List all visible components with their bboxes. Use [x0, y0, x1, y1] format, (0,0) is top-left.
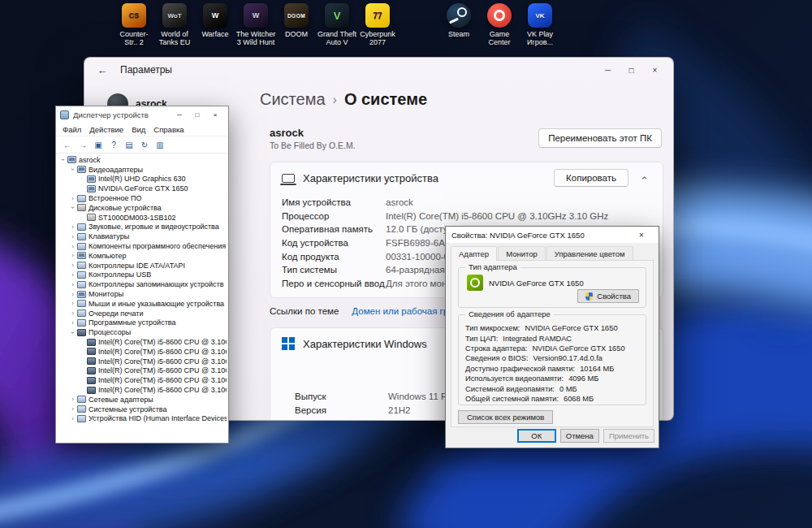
properties-icon[interactable]: ▥: [153, 138, 166, 151]
desktop-icon-steam[interactable]: Steam: [438, 3, 479, 38]
tree-expander-icon[interactable]: ›: [69, 204, 76, 211]
tab-adapter[interactable]: Адаптер: [451, 246, 497, 261]
tree-item[interactable]: Intel(R) Core(TM) i5-8600 CPU @ 3.10GHz: [58, 366, 227, 376]
close-button[interactable]: ×: [643, 60, 667, 80]
breadcrumb: Система › О системе: [260, 90, 427, 109]
tree-item[interactable]: ›Контроллеры USB: [58, 270, 227, 280]
adapter-info-legend: Сведения об адаптере: [465, 309, 554, 318]
tree-item[interactable]: ›Дисковые устройства: [58, 203, 227, 213]
tree-item[interactable]: ›Системные устройства: [58, 405, 227, 414]
tree-expander-icon[interactable]: ›: [69, 405, 76, 413]
apply-button[interactable]: Применить: [603, 429, 654, 443]
tree-expander-icon[interactable]: ›: [69, 291, 76, 298]
back-button[interactable]: ←: [91, 61, 114, 79]
device-manager-titlebar[interactable]: Диспетчер устройств ─ □ ×: [56, 106, 228, 123]
tree-item[interactable]: NVIDIA GeForce GTX 1650: [58, 184, 227, 193]
tab-monitor[interactable]: Монитор: [498, 246, 546, 261]
tab-color-management[interactable]: Управление цветом: [546, 246, 633, 261]
tree-item[interactable]: Intel(R) Core(TM) i5-8600 CPU @ 3.10GHz: [58, 357, 227, 366]
close-button[interactable]: ×: [206, 108, 224, 121]
tree-item-label: Звуковые, игровые и видеоустройства: [89, 223, 219, 231]
tree-item[interactable]: ›Видеоадаптеры: [58, 165, 227, 175]
tree-item[interactable]: Intel(R) UHD Graphics 630: [58, 175, 227, 184]
tree-item[interactable]: ›Компоненты программного обеспечения: [58, 241, 227, 251]
ok-button[interactable]: ОК: [517, 429, 556, 443]
maximize-button[interactable]: □: [620, 60, 643, 80]
minimize-button[interactable]: ─: [596, 60, 620, 80]
tree-item[interactable]: Intel(R) Core(TM) i5-8600 CPU @ 3.10GHz: [58, 347, 227, 357]
tree-item[interactable]: ST1000DM003-1SB102: [58, 213, 227, 223]
tree-item[interactable]: ›Звуковые, игровые и видеоустройства: [58, 223, 227, 232]
help-icon[interactable]: ?: [107, 138, 120, 151]
close-button[interactable]: ×: [630, 227, 653, 243]
cpu-icon: [87, 387, 96, 394]
tree-item[interactable]: ›Встроенное ПО: [58, 193, 227, 203]
tree-item[interactable]: ›Устройства HID (Human Interface Devices…: [58, 414, 227, 424]
tree-item[interactable]: ›Компьютер: [58, 251, 227, 261]
tree-expander-icon[interactable]: ›: [69, 281, 76, 288]
tree-expander-icon[interactable]: ›: [69, 223, 76, 231]
tree-item[interactable]: ›asrock: [58, 155, 227, 165]
desktop-icon-cyberpunk[interactable]: 77Cyberpunk 2077: [357, 3, 398, 46]
tree-expander-icon[interactable]: ›: [59, 156, 67, 163]
devices-icon[interactable]: ▤: [123, 138, 136, 151]
desktop-icon-gtav[interactable]: VGrand Theft Auto V: [317, 3, 357, 46]
tree-expander-icon[interactable]: ›: [69, 309, 76, 317]
desktop-icon-gamecenter[interactable]: Game Center: [479, 3, 520, 46]
tree-expander-icon[interactable]: ›: [69, 195, 76, 202]
tree-item-label: Дисковые устройства: [89, 204, 162, 212]
copy-button[interactable]: Копировать: [554, 169, 628, 187]
desktop-icon-cs2[interactable]: CSCounter-Str.. 2: [114, 3, 154, 46]
tree-expander-icon[interactable]: ›: [69, 243, 76, 250]
tree-item[interactable]: ›Контроллеры запоминающих устройств: [58, 279, 227, 289]
back-icon[interactable]: ←: [61, 138, 74, 151]
tree-item[interactable]: ›Процессоры: [58, 327, 227, 337]
tree-expander-icon[interactable]: ›: [69, 415, 76, 422]
tree-item[interactable]: ›Мыши и иные указывающие устройства: [58, 299, 227, 309]
tree-item[interactable]: ›Контроллеры IDE ATA/ATAPI: [58, 261, 227, 270]
tree-item[interactable]: ›Клавиатуры: [58, 232, 227, 241]
tree-item[interactable]: Intel(R) Core(TM) i5-8600 CPU @ 3.10GHz: [58, 385, 227, 395]
tree-item[interactable]: ›Сетевые адаптеры: [58, 395, 227, 405]
adapter-name-row: NVIDIA GeForce GTX 1650: [467, 275, 584, 291]
menu-item[interactable]: Вид: [127, 125, 149, 134]
refresh-icon[interactable]: ↻: [138, 138, 151, 151]
maximize-button[interactable]: □: [188, 108, 206, 121]
minimize-button[interactable]: ─: [171, 108, 188, 121]
tree-item[interactable]: Intel(R) Core(TM) i5-8600 CPU @ 3.10GHz: [58, 337, 227, 347]
forward-icon[interactable]: →: [76, 138, 89, 151]
rename-pc-button[interactable]: Переименовать этот ПК: [538, 128, 662, 148]
chevron-up-icon[interactable]: ›: [638, 171, 650, 185]
tree-expander-icon[interactable]: ›: [69, 233, 76, 240]
tree-expander-icon[interactable]: ›: [69, 271, 76, 279]
tree-item[interactable]: ›Мониторы: [58, 289, 227, 299]
desktop-icon-witcher3[interactable]: WThe Witcher 3 Wild Hunt: [235, 3, 276, 46]
tree-item[interactable]: Intel(R) Core(TM) i5-8600 CPU @ 3.10GHz: [58, 375, 227, 385]
device-specs-header[interactable]: Характеристики устройства Копировать ›: [270, 162, 663, 193]
menu-item[interactable]: Справка: [149, 125, 188, 134]
desktop-icon-label: Counter-Str.. 2: [114, 30, 154, 46]
breadcrumb-system[interactable]: Система: [260, 90, 326, 109]
tree-expander-icon[interactable]: ›: [69, 166, 76, 173]
gtav-icon: V: [325, 3, 349, 28]
menu-item[interactable]: Действие: [85, 125, 127, 134]
tree-expander-icon[interactable]: ›: [69, 252, 76, 259]
tree-expander-icon[interactable]: ›: [69, 396, 76, 403]
desktop-icon-doom[interactable]: DOOMDOOM: [276, 3, 317, 38]
list-all-modes-button[interactable]: Список всех режимов: [458, 410, 553, 424]
tree-expander-icon[interactable]: ›: [69, 262, 76, 269]
desktop-icon-vkplay[interactable]: VKVK Play Игров...: [520, 3, 560, 46]
desktop-icon-warface[interactable]: WWarface: [195, 3, 235, 38]
menu-item[interactable]: Файл: [58, 125, 85, 134]
settings-titlebar[interactable]: ← Параметры ─ □ ×: [84, 58, 673, 82]
desktop-icon-wot[interactable]: WoTWorld of Tanks EU: [154, 3, 195, 46]
adapter-properties-button[interactable]: Свойства: [577, 289, 639, 303]
tree-expander-icon[interactable]: ›: [69, 300, 76, 307]
console-icon[interactable]: ▣: [92, 138, 105, 151]
gpu-dialog-titlebar[interactable]: Свойства: NVIDIA GeForce GTX 1650 ×: [446, 227, 659, 243]
cancel-button[interactable]: Отмена: [560, 429, 599, 443]
tree-expander-icon[interactable]: ›: [69, 329, 76, 336]
tree-item[interactable]: ›Очереди печати: [58, 309, 227, 318]
tree-item[interactable]: ›Программные устройства: [58, 318, 227, 328]
tree-expander-icon[interactable]: ›: [69, 319, 76, 327]
